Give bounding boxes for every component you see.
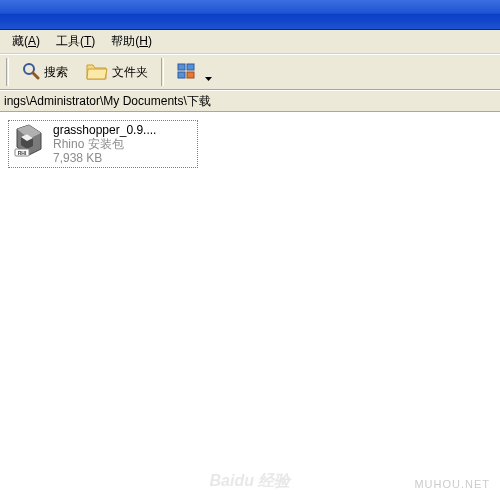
search-label: 搜索 xyxy=(44,64,68,81)
svg-rect-5 xyxy=(187,72,194,78)
menu-help[interactable]: 帮助(H) xyxy=(103,31,160,52)
svg-line-1 xyxy=(33,73,38,78)
menu-help-label: 帮助 xyxy=(111,34,135,48)
file-size: 7,938 KB xyxy=(53,151,156,165)
watermark-corner: MUHOU.NET xyxy=(414,478,490,490)
menu-tools[interactable]: 工具(T) xyxy=(48,31,103,52)
menu-favorites-mnemonic: A xyxy=(28,34,36,48)
search-icon xyxy=(22,62,40,83)
search-button[interactable]: 搜索 xyxy=(15,58,75,87)
views-icon xyxy=(177,63,199,81)
svg-rect-2 xyxy=(178,64,185,70)
menu-favorites-label: 藏 xyxy=(12,34,24,48)
menu-bar: 藏(A) 工具(T) 帮助(H) xyxy=(0,30,500,54)
folders-button[interactable]: 文件夹 xyxy=(79,58,155,86)
svg-text:RHI: RHI xyxy=(18,150,27,156)
menu-tools-label: 工具 xyxy=(56,34,80,48)
folders-label: 文件夹 xyxy=(112,64,148,81)
file-item[interactable]: RHI grasshopper_0.9.... Rhino 安装包 7,938 … xyxy=(8,120,198,168)
toolbar-handle xyxy=(6,58,9,86)
svg-rect-4 xyxy=(178,72,185,78)
file-text: grasshopper_0.9.... Rhino 安装包 7,938 KB xyxy=(53,123,156,165)
folder-icon xyxy=(86,62,108,82)
menu-help-mnemonic: H xyxy=(139,34,148,48)
toolbar-handle-2 xyxy=(161,58,164,86)
window-titlebar xyxy=(0,0,500,30)
address-path: ings\Administrator\My Documents\下载 xyxy=(4,93,211,110)
content-area: RHI grasshopper_0.9.... Rhino 安装包 7,938 … xyxy=(0,112,500,500)
file-type: Rhino 安装包 xyxy=(53,137,156,151)
chevron-down-icon xyxy=(205,70,212,74)
menu-favorites[interactable]: 藏(A) xyxy=(4,31,48,52)
views-button[interactable] xyxy=(170,59,219,85)
menu-tools-mnemonic: T xyxy=(84,34,91,48)
toolbar: 搜索 文件夹 xyxy=(0,54,500,90)
watermark-center: Baidu 经验 xyxy=(210,471,291,492)
svg-rect-3 xyxy=(187,64,194,70)
file-name: grasshopper_0.9.... xyxy=(53,123,156,137)
address-bar[interactable]: ings\Administrator\My Documents\下载 xyxy=(0,90,500,112)
rhi-file-icon: RHI xyxy=(11,123,47,159)
